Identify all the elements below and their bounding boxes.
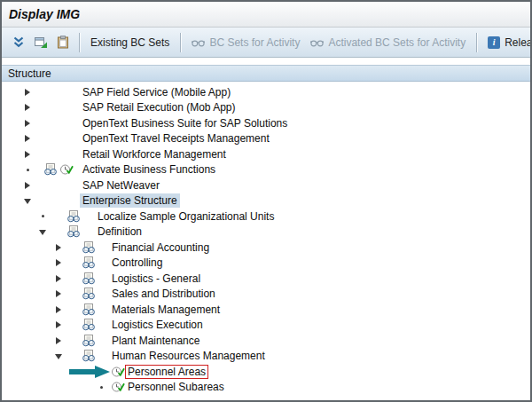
tree-icon-area	[111, 364, 125, 379]
tree-item[interactable]: Plant Maintenance	[2, 333, 530, 349]
tree-item-label: Plant Maintenance	[109, 334, 202, 348]
tree-icon-area	[37, 84, 80, 99]
img-documentation-icon[interactable]	[82, 319, 96, 331]
expand-arrow-icon[interactable]	[23, 115, 37, 130]
tree-item[interactable]: Retail Workforce Management	[2, 146, 530, 162]
glasses-icon	[310, 38, 324, 47]
bc-set-window-icon[interactable]	[30, 32, 51, 53]
bc-sets-for-activity-label: BC Sets for Activity	[209, 36, 300, 49]
existing-bc-sets-label: Existing BC Sets	[90, 36, 169, 49]
expand-arrow-icon[interactable]	[54, 318, 68, 333]
double-chevron-icon[interactable]	[8, 32, 28, 53]
tree-item-label: Personnel Subareas	[125, 380, 227, 394]
tree-item[interactable]: OpenText Travel Receipts Management	[2, 131, 530, 147]
img-documentation-icon[interactable]	[66, 210, 81, 223]
expand-arrow-icon[interactable]	[54, 333, 68, 348]
img-documentation-icon[interactable]	[82, 272, 96, 285]
leaf-bullet	[97, 380, 111, 395]
tree-item-label: SAP NetWeaver	[80, 178, 162, 193]
img-documentation-icon[interactable]	[82, 256, 96, 269]
glasses-icon	[192, 38, 205, 47]
tree-item-label: Personnel Areas	[125, 365, 208, 379]
img-documentation-icon[interactable]	[43, 163, 58, 176]
tree-item-label: OpenText Business Suite for SAP Solution…	[80, 116, 290, 130]
tree-item[interactable]: Personnel Areas	[2, 364, 530, 380]
activated-bc-sets-for-activity-label: Activated BC Sets for Activity	[328, 36, 466, 49]
tree-item[interactable]: Localize Sample Organizational Units	[2, 209, 530, 225]
release-label: Release	[505, 36, 530, 49]
tree-item-label: Activate Business Functions	[80, 162, 218, 177]
tree-item[interactable]: Logistics Execution	[2, 318, 530, 334]
tree-item-label: Retail Workforce Management	[80, 147, 229, 162]
clipboard-icon[interactable]	[52, 32, 73, 53]
img-documentation-icon[interactable]	[82, 288, 96, 300]
tree-item-label: Controlling	[109, 256, 165, 270]
tree-item-label: Logistics - General	[109, 272, 203, 286]
tree-icon-area	[52, 209, 95, 224]
tree-item[interactable]: SAP NetWeaver	[2, 177, 530, 193]
tree-icon-area	[37, 100, 80, 115]
leaf-bullet	[23, 162, 37, 177]
expand-arrow-icon[interactable]	[54, 302, 68, 317]
execute-activity-icon[interactable]	[111, 381, 125, 393]
expand-arrow-icon[interactable]	[54, 271, 68, 286]
activated-bc-sets-for-activity-button[interactable]: Activated BC Sets for Activity	[305, 34, 471, 51]
collapse-arrow-icon[interactable]	[23, 193, 37, 209]
tree-item-label: SAP Retail Execution (Mob App)	[80, 100, 239, 114]
expand-arrow-icon[interactable]	[23, 146, 37, 162]
tree-item[interactable]: Financial Accounting	[2, 240, 530, 256]
bc-sets-for-activity-button[interactable]: BC Sets for Activity	[186, 34, 305, 51]
structure-header-label: Structure	[8, 67, 51, 80]
collapse-arrow-icon[interactable]	[38, 225, 52, 240]
tree-item[interactable]: SAP Field Service (Mobile App)	[2, 84, 530, 100]
tree-icon-area	[68, 333, 109, 348]
existing-bc-sets-button[interactable]: Existing BC Sets	[85, 34, 175, 51]
tree-item-label: Localize Sample Organizational Units	[95, 209, 277, 224]
img-documentation-icon[interactable]	[82, 350, 96, 362]
img-documentation-icon[interactable]	[82, 303, 96, 316]
title-bar: Display IMG	[2, 2, 530, 28]
tree-item[interactable]: Definition	[2, 225, 530, 240]
collapse-arrow-icon[interactable]	[54, 349, 68, 364]
page-title: Display IMG	[9, 7, 80, 21]
tree-icon-area	[37, 162, 80, 177]
tree-item-label: Sales and Distribution	[109, 287, 218, 301]
tree-icon-area	[68, 240, 109, 255]
expand-arrow-icon[interactable]	[23, 177, 37, 193]
annotation-arrow	[69, 366, 110, 378]
tree-icon-area	[37, 146, 80, 162]
tree-icon-area	[68, 302, 109, 317]
expand-arrow-icon[interactable]	[23, 131, 37, 146]
tree-icon-area	[37, 193, 80, 209]
tree-item[interactable]: Personnel Subareas	[2, 380, 530, 396]
expand-arrow-icon[interactable]	[54, 240, 68, 255]
tree-item[interactable]: Controlling	[2, 256, 530, 272]
img-documentation-icon[interactable]	[66, 225, 81, 238]
tree-item-label: Logistics Execution	[109, 318, 206, 332]
tree-icon-area	[68, 256, 109, 271]
tree-icon-area	[111, 380, 125, 395]
tree-item-label: OpenText Travel Receipts Management	[80, 131, 272, 146]
tree-item[interactable]: Activate Business Functions	[2, 162, 530, 178]
img-documentation-icon[interactable]	[82, 335, 96, 347]
structure-header: Structure	[2, 65, 530, 82]
execute-activity-icon[interactable]	[59, 163, 74, 176]
tree-item[interactable]: Human Resources Management	[2, 349, 530, 365]
img-documentation-icon[interactable]	[82, 241, 96, 254]
img-structure-tree: SAP Field Service (Mobile App)SAP Retail…	[2, 82, 530, 400]
tree-item[interactable]: Enterprise Structure	[2, 193, 530, 209]
leaf-bullet	[38, 209, 52, 224]
expand-arrow-icon[interactable]	[54, 256, 68, 271]
execute-activity-icon[interactable]	[111, 366, 125, 378]
tree-icon-area	[52, 225, 95, 240]
tree-item[interactable]: Sales and Distribution	[2, 287, 530, 303]
expand-arrow-icon[interactable]	[23, 84, 37, 99]
tree-item[interactable]: Logistics - General	[2, 271, 530, 287]
expand-arrow-icon[interactable]	[23, 100, 37, 115]
expand-arrow-icon[interactable]	[54, 287, 68, 302]
tree-item[interactable]: OpenText Business Suite for SAP Solution…	[2, 115, 530, 131]
tree-item[interactable]: SAP Retail Execution (Mob App)	[2, 100, 530, 116]
release-notes-button[interactable]: i Release	[482, 34, 530, 51]
tree-item-label: Human Resources Management	[109, 349, 268, 363]
tree-item[interactable]: Materials Management	[2, 302, 530, 318]
